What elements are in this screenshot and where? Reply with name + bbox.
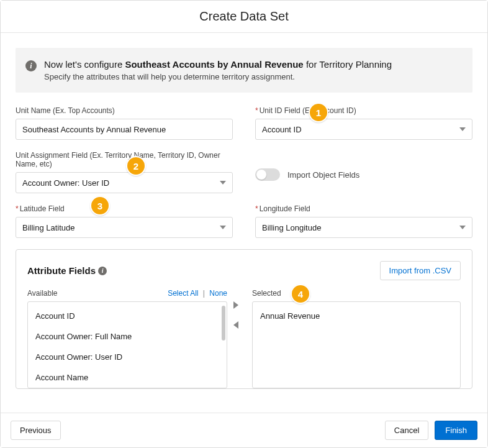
longitude-label: *Longitude Field [255,204,472,213]
latitude-select[interactable]: Billing Latitude [16,217,233,238]
banner-emphasis: Southeast Accounts by Annual Revenue [125,59,303,70]
banner-prefix: Now let's configure [44,59,125,70]
move-right-button[interactable] [233,301,238,309]
assignment-label: Unit Assignment Field (Ex. Territory Nam… [16,151,233,168]
selected-label: Selected [252,289,281,298]
available-actions: Select All | None [168,289,227,298]
select-all-link[interactable]: Select All [168,289,198,298]
callout-1: 1 [309,103,328,122]
unit-name-input[interactable] [16,119,233,140]
list-item[interactable]: Account Name [34,367,220,388]
modal-header: Create Data Set [1,1,487,33]
list-item[interactable]: Account Owner: User ID [34,347,220,367]
import-object-toggle[interactable] [255,168,280,181]
callout-3: 3 [90,196,110,216]
select-none-link[interactable]: None [209,289,227,298]
list-item[interactable]: Annual Revenue [259,306,454,326]
unit-id-value: Account ID [262,125,302,134]
unit-id-label: *Unit ID Field (Ex. Account ID) [255,106,472,115]
finish-button[interactable]: Finish [435,421,477,440]
previous-button[interactable]: Previous [11,421,61,440]
callout-2: 2 [126,156,146,176]
chevron-down-icon [220,226,226,229]
available-list[interactable]: Account ID Account Owner: Full Name Acco… [27,301,227,388]
selected-list[interactable]: Annual Revenue [252,301,461,388]
longitude-select[interactable]: Billing Longitude [255,217,472,238]
unit-name-label: Unit Name (Ex. Top Accounts) [16,106,233,115]
attribute-panel: Attribute Fields i Import from .CSV Avai… [16,249,472,389]
attribute-title: Attribute Fields i [27,265,107,276]
chevron-down-icon [220,181,226,185]
modal-title: Create Data Set [1,9,487,24]
config-banner: i Now let's configure Southeast Accounts… [16,48,472,93]
list-item[interactable]: Account ID [34,306,220,326]
callout-4: 4 [291,284,310,304]
list-item[interactable]: Account Owner: Full Name [34,326,220,347]
banner-suffix: for Territory Planning [304,59,392,70]
info-icon: i [98,267,107,275]
latitude-label: *Latitude Field [16,204,233,213]
chevron-down-icon [459,127,466,131]
unit-id-select[interactable]: Account ID [255,119,472,140]
latitude-value: Billing Latitude [22,223,75,232]
scrollbar-thumb[interactable] [222,306,225,341]
move-left-button[interactable] [233,321,238,329]
import-csv-button[interactable]: Import from .CSV [380,261,461,280]
import-object-label: Import Object Fields [287,170,359,180]
chevron-down-icon [459,226,466,229]
cancel-button[interactable]: Cancel [385,421,428,440]
toggle-knob [256,170,266,180]
longitude-value: Billing Longitude [262,223,321,232]
info-icon: i [25,60,37,71]
assignment-value: Account Owner: User ID [22,178,109,188]
banner-sub: Specify the attributes that will help yo… [44,72,392,81]
available-label: Available [27,289,57,298]
modal-footer: Previous Cancel Finish [1,413,487,447]
banner-title: Now let's configure Southeast Accounts b… [44,59,392,70]
assignment-select[interactable]: Account Owner: User ID [16,172,233,193]
